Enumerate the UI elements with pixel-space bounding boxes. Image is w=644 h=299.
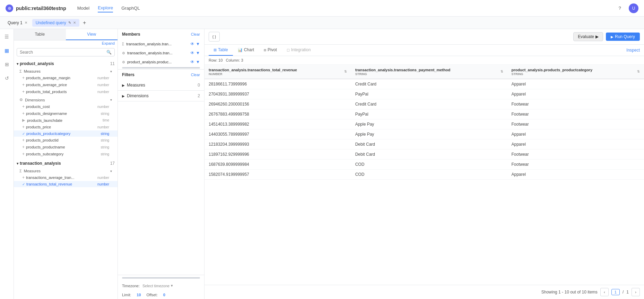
tree-item-launchdate[interactable]: ▶ products_launchdate time	[14, 117, 118, 124]
query-tab-2[interactable]: Undefined query ✎ ✕	[32, 19, 79, 27]
view-tab-pivot[interactable]: ⧈ Pivot	[259, 45, 282, 56]
chevron-right-icon: ▶	[595, 34, 599, 39]
eye-icon-2[interactable]: 👁	[190, 51, 194, 55]
view-tab-chart[interactable]: 📊 Chart	[233, 45, 259, 56]
tree-item-avg-price[interactable]: + products_average_price number	[14, 81, 118, 88]
table-row: 26946260.200000156Credit CardFootwear	[204, 99, 644, 109]
tree-item-cost[interactable]: + products_cost number	[14, 103, 118, 110]
table-cell: Apparel	[507, 89, 644, 99]
inspect-button[interactable]: Inspect	[626, 48, 640, 53]
nav-explore[interactable]: Explore	[98, 4, 113, 12]
members-title: Members	[122, 32, 140, 37]
group-count-transaction: 17	[110, 161, 115, 166]
sidebar-icon-menu[interactable]: ☰	[2, 32, 12, 42]
filter-icon-1[interactable]: ▼	[196, 42, 200, 46]
data-table-container: transaction_analysis.transactions_total_…	[204, 65, 644, 285]
total-pages: 1	[626, 290, 629, 295]
tree-item-subcategory[interactable]: + products_subcategory string	[14, 151, 118, 157]
sidebar-icon-chart[interactable]: ▦	[2, 46, 12, 55]
gear-icon: ⚙	[19, 98, 23, 102]
limit-offset-row: Limit: 10 Offset: 0	[118, 291, 204, 299]
table-cell: COD	[351, 160, 507, 170]
tree-item-designer[interactable]: + products_designername string	[14, 110, 118, 117]
user-icon[interactable]: U	[629, 3, 638, 13]
search-input[interactable]	[20, 50, 105, 55]
members-section: Members Clear Σ transaction_analysis.tra…	[118, 29, 204, 70]
accordion-measures[interactable]: ▶ Measures 0	[118, 80, 204, 90]
view-tab-pivot-label: Pivot	[268, 47, 277, 52]
run-query-button[interactable]: ▶ Run Query	[606, 33, 640, 41]
query-tab-1-close[interactable]: ✕	[25, 21, 27, 25]
lp-tab-view[interactable]: View	[66, 29, 118, 40]
table-cell: Footwear	[507, 119, 644, 129]
prev-page-button[interactable]: ‹	[600, 288, 609, 296]
tree-item-total-revenue[interactable]: ✓ transactions_total_revenue number	[14, 181, 118, 187]
query-tab-1[interactable]: Query 1 ✕	[4, 19, 31, 27]
nav-model[interactable]: Model	[77, 4, 89, 12]
filter-icon-3[interactable]: ▼	[196, 60, 200, 64]
limit-value[interactable]: 10	[137, 293, 141, 297]
chevron-down-icon: ▾	[171, 283, 173, 288]
item-type: number	[97, 76, 109, 80]
item-name: products_total_products	[26, 90, 96, 94]
col-header-revenue[interactable]: transaction_analysis.transactions_total_…	[204, 65, 351, 79]
tree-group-header-product[interactable]: ▾ product_analysis 11	[14, 60, 118, 67]
table-cell: 1687639.8099999984	[204, 160, 351, 170]
view-tab-integration[interactable]: ◻ Integration	[282, 45, 316, 56]
eye-icon-3[interactable]: 👁	[190, 60, 194, 64]
gear-icon: ⚙	[122, 51, 125, 55]
icon-sidebar: ☰ ▦ ⊞ ↺	[0, 29, 14, 299]
col-header-category[interactable]: product_analysis.products_productcategor…	[507, 65, 644, 79]
sidebar-icon-grid[interactable]: ⊞	[2, 60, 12, 69]
timezone-select[interactable]: Select timezone ▾	[142, 283, 173, 288]
tree-group-header-transaction[interactable]: ▾ transaction_analysis 17	[14, 160, 118, 167]
table-cell: 1582074.9199999957	[204, 170, 351, 180]
play-icon: ▶	[611, 35, 613, 39]
chevron-down-measures: ▾	[110, 70, 112, 73]
query-tab-2-close[interactable]: ✕	[73, 21, 76, 25]
next-page-button[interactable]: ›	[632, 288, 640, 296]
col-header-payment[interactable]: transaction_analysis.transactions_paymen…	[351, 65, 507, 79]
current-page[interactable]: 1	[611, 289, 620, 295]
tree-item-avg-tran[interactable]: + transactions_average_tran... number	[14, 174, 118, 181]
limit-label: Limit:	[122, 293, 131, 297]
plus-icon: +	[22, 175, 25, 180]
dimensions-subgroup-header[interactable]: ⚙ Dimensions ▾	[14, 97, 118, 103]
lp-tab-table[interactable]: Table	[14, 29, 66, 40]
filters-measures-accordion: ▶ Measures 0	[118, 80, 204, 91]
tree-item-productid[interactable]: + products_productid string	[14, 137, 118, 144]
tree-item-avg-margin[interactable]: + products_average_margin number	[14, 74, 118, 81]
filter-icon-2[interactable]: ▼	[196, 51, 200, 55]
nav-graphql[interactable]: GraphQL	[121, 4, 140, 12]
members-clear-button[interactable]: Clear	[191, 32, 200, 36]
filters-clear-button[interactable]: Clear	[191, 73, 200, 77]
view-tab-table[interactable]: ⊞ Table	[209, 45, 233, 56]
eye-icon-1[interactable]: 👁	[190, 42, 194, 46]
tree-item-price[interactable]: + products_price number	[14, 124, 118, 130]
measures-label-transaction: Measures	[24, 169, 41, 173]
evaluate-button[interactable]: Evaluate ▶	[573, 32, 603, 41]
member-item-1: Σ transaction_analysis.tran... 👁 ▼	[118, 39, 204, 48]
run-label: Run Query	[615, 34, 635, 39]
offset-value[interactable]: 0	[163, 293, 165, 297]
tree-item-total-products[interactable]: + products_total_products number	[14, 88, 118, 95]
measures-subgroup-header[interactable]: Σ Measures ▾	[14, 68, 118, 74]
table-cell: Apple Pay	[351, 129, 507, 139]
table-cell: Apple Pay	[351, 119, 507, 129]
table-cell: PayPal	[351, 89, 507, 99]
expand-label[interactable]: Expand	[102, 41, 115, 45]
row-info: Row: 10	[209, 58, 223, 62]
filters-section: Filters Clear ▶ Measures 0 ▶ Dimensions …	[118, 70, 204, 275]
tree-group-product-analysis: ▾ product_analysis 11 Σ Measures ▾ + pro…	[14, 60, 118, 158]
accordion-dimensions[interactable]: ▶ Dimensions 2	[118, 91, 204, 101]
table-cell: 14403055.789999997	[204, 129, 351, 139]
tree-item-productname[interactable]: + products_productname string	[14, 144, 118, 151]
add-tab-button[interactable]: +	[81, 19, 88, 27]
json-button[interactable]: { }	[209, 32, 220, 42]
table-cell: Debit Card	[351, 139, 507, 150]
sidebar-icon-history[interactable]: ↺	[2, 73, 12, 83]
plus-icon: +	[22, 125, 25, 129]
tree-item-productcategory[interactable]: ✓ products_productcategory string	[14, 130, 118, 137]
help-icon[interactable]: ?	[615, 3, 625, 13]
transaction-measures-header[interactable]: Σ Measures ▾	[14, 168, 118, 174]
